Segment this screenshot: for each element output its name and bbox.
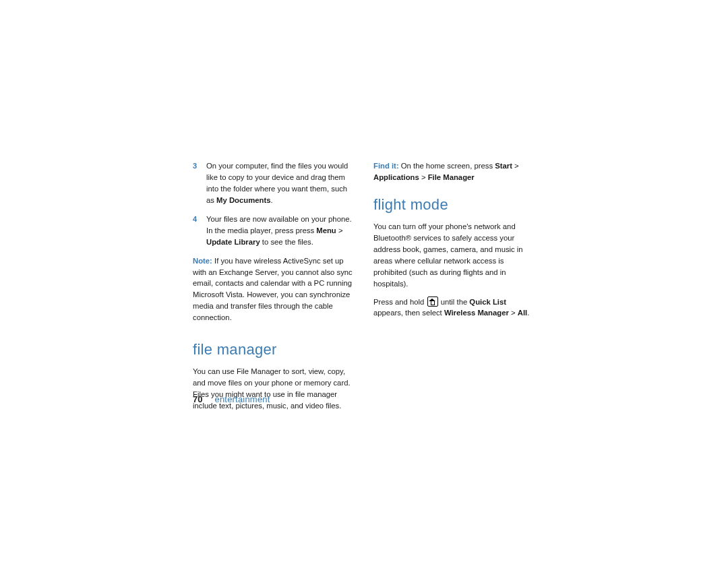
left-column: 3 On your computer, find the files you w… bbox=[193, 160, 355, 412]
press-text-c: appears, then select bbox=[373, 309, 444, 317]
home-icon bbox=[427, 296, 438, 307]
menu-label: Menu bbox=[316, 226, 336, 235]
period: . bbox=[527, 309, 529, 317]
heading-flight-mode: flight mode bbox=[373, 193, 535, 216]
page-footer: 70entertainment bbox=[193, 394, 270, 404]
right-column: Find it: On the home screen, press Start… bbox=[373, 160, 535, 412]
file-manager-body: You can use File Manager to sort, view, … bbox=[193, 366, 355, 412]
press-hold-line: Press and hold until the Quick List appe… bbox=[373, 296, 535, 319]
press-text-b: until the bbox=[439, 298, 470, 306]
start-label: Start bbox=[495, 162, 512, 170]
step-number: 3 bbox=[193, 160, 197, 172]
applications-label: Applications bbox=[373, 173, 419, 181]
quick-list-label: Quick List bbox=[469, 298, 506, 306]
period: . bbox=[270, 196, 272, 204]
my-documents-label: My Documents bbox=[216, 196, 270, 204]
find-it-line: Find it: On the home screen, press Start… bbox=[373, 160, 535, 183]
step-4: 4 Your files are now available on your p… bbox=[193, 214, 355, 248]
step-3: 3 On your computer, find the files you w… bbox=[193, 160, 355, 206]
section-name: entertainment bbox=[214, 394, 270, 404]
update-library-label: Update Library bbox=[206, 238, 260, 246]
separator: > bbox=[336, 226, 343, 235]
note-text: If you have wireless ActiveSync set up w… bbox=[193, 257, 353, 322]
flight-mode-body: You can turn off your phone's network an… bbox=[373, 221, 535, 290]
note-paragraph: Note: If you have wireless ActiveSync se… bbox=[193, 255, 355, 324]
separator: > bbox=[419, 173, 428, 181]
wireless-manager-label: Wireless Manager bbox=[444, 309, 509, 317]
page-body: 3 On your computer, find the files you w… bbox=[193, 160, 537, 412]
note-label: Note: bbox=[193, 257, 212, 265]
page-number: 70 bbox=[193, 394, 202, 404]
find-it-text: On the home screen, press bbox=[399, 162, 495, 170]
file-manager-label: File Manager bbox=[428, 173, 475, 181]
press-text-a: Press and hold bbox=[373, 298, 427, 306]
find-it-label: Find it: bbox=[373, 162, 399, 170]
step-text-tail: to see the files. bbox=[260, 238, 313, 246]
all-label: All bbox=[518, 309, 527, 317]
separator: > bbox=[509, 309, 518, 317]
heading-file-manager: file manager bbox=[193, 338, 355, 361]
step-number: 4 bbox=[193, 214, 197, 225]
separator: > bbox=[512, 162, 519, 170]
